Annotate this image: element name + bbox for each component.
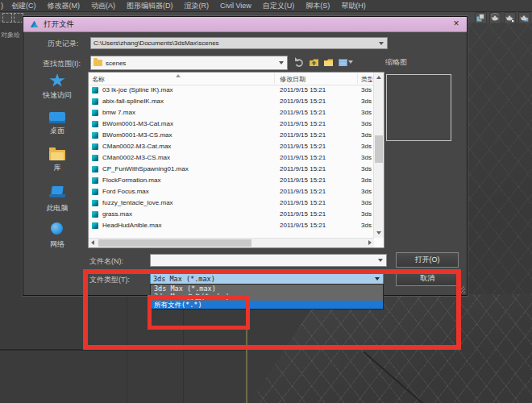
file-type: 3ds bbox=[361, 177, 372, 184]
file-row[interactable]: Ford Focus.max2011/9/15 15:213ds bbox=[89, 186, 374, 197]
file-row[interactable]: BWom0001-M3-Cat.max2011/9/15 15:213ds bbox=[89, 118, 374, 130]
menu-item[interactable]: 动画(A) bbox=[85, 1, 121, 11]
file-type: 3ds bbox=[361, 210, 372, 218]
file-row[interactable]: CP_FunWithSpawning01.max2011/9/15 15:213… bbox=[89, 164, 374, 175]
file-row[interactable]: CMan0002-M3-CS.max2011/9/15 15:213ds bbox=[89, 152, 374, 164]
file-row[interactable]: abix-fall-splineIK.max2011/9/15 15:213ds bbox=[89, 96, 374, 107]
horizontal-scrollbar[interactable] bbox=[89, 238, 374, 247]
file-name: Ford Focus.max bbox=[102, 188, 273, 195]
max-file-icon bbox=[92, 110, 98, 116]
sidebar-item-label: 快速访问 bbox=[43, 90, 72, 101]
sidebar-item[interactable]: 桌面 bbox=[28, 110, 86, 147]
file-type: 3ds bbox=[361, 222, 372, 229]
scroll-down-icon[interactable] bbox=[376, 231, 381, 235]
file-date: 2011/9/15 15:21 bbox=[280, 98, 326, 105]
annotation-rect-large bbox=[83, 269, 461, 350]
file-row[interactable]: BWom0001-M3-CS.max2011/9/15 15:213ds bbox=[89, 130, 374, 141]
open-file-dialog: 打开文件 × 历史记录: C:\Users\zhang\Documents\3d… bbox=[23, 16, 468, 296]
file-rows: 03 Ik-joe (Spline IK).max2011/9/15 15:21… bbox=[89, 85, 374, 231]
menu-item[interactable]: 图形编辑器(D) bbox=[121, 1, 179, 11]
file-name: grass.max bbox=[102, 210, 273, 218]
horizontal-scroll-thumb[interactable] bbox=[98, 239, 251, 247]
menu-bar: )创建(C)修改器(M)动画(A)图形编辑器(D)渲染(R)Civil View… bbox=[0, 0, 532, 12]
dialog-title: 打开文件 bbox=[44, 19, 74, 30]
column-header-type[interactable]: 类型 bbox=[361, 75, 372, 84]
file-row[interactable]: bmw 7.max2011/9/15 15:213ds bbox=[89, 107, 374, 118]
scroll-left-icon[interactable] bbox=[91, 240, 94, 245]
column-header-date[interactable]: 修改日期 bbox=[280, 75, 305, 84]
menu-item[interactable]: 渲染(R) bbox=[179, 1, 215, 11]
thumbnail-label: 缩略图 bbox=[385, 57, 407, 68]
menu-item[interactable]: 修改器(M) bbox=[42, 1, 86, 11]
file-name-label: 文件名(N): bbox=[89, 256, 123, 267]
menu-item[interactable]: ) bbox=[0, 1, 6, 11]
chevron-down-icon bbox=[379, 42, 384, 45]
file-row[interactable]: CMan0002-M3-Cat.max2011/9/15 15:213ds bbox=[89, 141, 374, 152]
file-list: 名称 修改日期 类型 03 Ik-joe (Spline IK).max2011… bbox=[88, 72, 384, 248]
rectangular-selection-icon[interactable] bbox=[2, 13, 12, 23]
sidebar-item[interactable]: 快速访问 bbox=[28, 73, 86, 110]
sidebar-item[interactable]: 此电脑 bbox=[28, 185, 86, 222]
vertical-scrollbar[interactable] bbox=[373, 73, 384, 238]
places-sidebar: 快速访问桌面库此电脑网络 bbox=[28, 73, 86, 259]
history-dropdown[interactable]: C:\Users\zhang\Documents\3dsMax\scenes bbox=[90, 37, 388, 49]
3dsmax-logo-icon bbox=[30, 20, 39, 29]
file-date: 2011/9/15 15:21 bbox=[280, 154, 326, 161]
sidebar-item[interactable]: 库 bbox=[28, 147, 86, 185]
sort-ascending-icon bbox=[176, 74, 181, 77]
file-row[interactable]: 03 Ik-joe (Spline IK).max2011/9/15 15:21… bbox=[89, 85, 374, 96]
file-name: HeadHudAnible.max bbox=[102, 222, 273, 229]
file-date: 2011/9/15 15:21 bbox=[280, 120, 326, 127]
file-date: 2011/9/15 15:21 bbox=[280, 188, 326, 195]
file-row[interactable]: FlockFormation.max2011/9/15 15:213ds bbox=[89, 175, 374, 186]
menu-item[interactable]: 帮助(H) bbox=[335, 1, 372, 11]
column-header-name[interactable]: 名称 bbox=[92, 75, 105, 84]
file-name: 03 Ik-joe (Spline IK).max bbox=[102, 86, 273, 93]
menu-item[interactable]: Civil View bbox=[214, 1, 257, 11]
sidebar-item-label: 桌面 bbox=[50, 126, 64, 136]
file-name: abix-fall-splineIK.max bbox=[102, 98, 273, 105]
chevron-down-icon bbox=[279, 61, 284, 64]
up-one-level-icon[interactable] bbox=[309, 56, 319, 67]
scroll-up-icon[interactable] bbox=[376, 76, 381, 79]
perspective-viewport-right[interactable] bbox=[466, 23, 532, 294]
menu-item[interactable]: 脚本(S) bbox=[300, 1, 335, 11]
open-button[interactable]: 打开(O) bbox=[396, 252, 459, 268]
file-type: 3ds bbox=[361, 143, 372, 150]
max-file-icon bbox=[92, 211, 98, 218]
file-date: 2011/9/15 15:21 bbox=[280, 143, 326, 150]
dialog-title-bar[interactable]: 打开文件 × bbox=[23, 17, 467, 32]
network-icon bbox=[49, 222, 65, 237]
back-icon[interactable] bbox=[294, 56, 305, 67]
sidebar-item[interactable]: 网络 bbox=[28, 222, 86, 259]
this-pc-icon bbox=[49, 186, 65, 201]
max-file-icon bbox=[92, 177, 98, 184]
create-new-folder-icon[interactable] bbox=[323, 56, 334, 67]
quick-access-star-icon bbox=[49, 73, 65, 88]
file-row[interactable]: grass.max2011/9/15 15:213ds bbox=[89, 209, 374, 220]
file-name-input[interactable] bbox=[150, 254, 387, 267]
max-file-icon bbox=[92, 200, 98, 206]
application-window: )创建(C)修改器(M)动画(A)图形编辑器(D)渲染(R)Civil View… bbox=[0, 0, 532, 403]
file-date: 2011/9/15 15:21 bbox=[280, 86, 326, 93]
menu-item[interactable]: 创建(C) bbox=[6, 1, 42, 11]
history-label: 历史记录: bbox=[48, 39, 79, 49]
desktop-icon bbox=[49, 112, 65, 123]
look-in-value: scenes bbox=[106, 60, 126, 67]
file-row[interactable]: fuzzy_tentacle_love.max2011/9/15 15:213d… bbox=[89, 197, 374, 209]
max-file-icon bbox=[92, 98, 98, 105]
folder-icon bbox=[94, 60, 102, 66]
sidebar-item-label: 库 bbox=[54, 163, 61, 173]
look-in-dropdown[interactable]: scenes bbox=[90, 56, 288, 70]
file-date: 2011/9/15 15:21 bbox=[280, 165, 326, 172]
max-file-icon bbox=[92, 189, 98, 195]
menu-item[interactable]: 自定义(U) bbox=[257, 1, 301, 11]
scroll-right-icon[interactable] bbox=[368, 240, 372, 245]
view-menu-icon[interactable] bbox=[338, 56, 353, 67]
chevron-down-icon bbox=[378, 259, 383, 262]
file-row[interactable]: HeadHudAnible.max2011/9/15 15:213ds bbox=[89, 220, 374, 231]
close-icon[interactable]: × bbox=[451, 18, 462, 29]
vertical-scroll-thumb[interactable] bbox=[375, 135, 383, 163]
file-date: 2011/9/15 15:21 bbox=[280, 131, 326, 139]
ribbon-tab-object-paint[interactable]: 对象绘 bbox=[1, 31, 22, 39]
